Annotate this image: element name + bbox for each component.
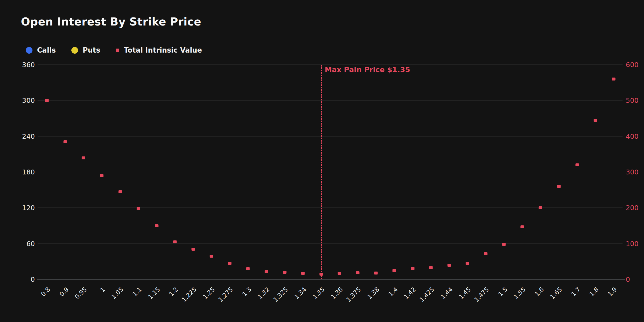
x-tick-label: 1.5	[497, 286, 508, 298]
strike-group-1.36[interactable]	[330, 65, 348, 280]
strike-group-1.45[interactable]	[458, 65, 476, 280]
x-tick-label: 1.25	[202, 286, 216, 301]
intrinsic-value-point[interactable]	[411, 267, 414, 270]
strike-group-1.05[interactable]	[111, 65, 129, 280]
intrinsic-value-point[interactable]	[118, 190, 122, 193]
strike-group-1.4[interactable]	[385, 65, 403, 280]
strike-group-1.1[interactable]	[129, 65, 147, 280]
strike-group-0.95[interactable]	[74, 65, 92, 280]
intrinsic-value-point[interactable]	[557, 185, 561, 188]
intrinsic-value-point[interactable]	[228, 262, 232, 265]
strike-group-1.8[interactable]	[586, 65, 604, 280]
intrinsic-value-point[interactable]	[575, 163, 579, 166]
y-left-tick: 0	[11, 276, 35, 283]
x-tick-slot: 1.7	[568, 281, 586, 313]
intrinsic-value-point[interactable]	[356, 271, 360, 274]
intrinsic-value-point[interactable]	[265, 270, 268, 273]
strike-group-1.15[interactable]	[147, 65, 166, 280]
intrinsic-value-point[interactable]	[155, 224, 158, 227]
strike-group-1.3[interactable]	[239, 65, 257, 280]
intrinsic-value-point[interactable]	[210, 255, 213, 258]
legend-item-total-intrinsic-value[interactable]: Total Intrinsic Value	[116, 46, 202, 54]
x-tick-label: 1.1	[131, 286, 143, 298]
strike-group-1.275[interactable]	[220, 65, 239, 280]
strike-group-1[interactable]	[92, 65, 111, 280]
intrinsic-value-point[interactable]	[374, 272, 378, 275]
x-tick-slot: 1.05	[111, 281, 129, 313]
intrinsic-value-point[interactable]	[192, 248, 195, 251]
x-tick-slot: 1.32	[257, 281, 275, 313]
strike-group-1.55[interactable]	[513, 65, 531, 280]
intrinsic-value-point[interactable]	[612, 78, 615, 80]
intrinsic-value-point[interactable]	[246, 267, 250, 270]
intrinsic-value-point[interactable]	[539, 206, 542, 209]
x-tick-slot: 1.325	[275, 281, 294, 313]
x-tick-label: 1.9	[606, 286, 618, 298]
x-tick-label: 1.05	[110, 286, 125, 301]
strike-group-1.38[interactable]	[367, 65, 385, 280]
intrinsic-value-point[interactable]	[521, 225, 524, 228]
x-tick-slot: 0.9	[56, 281, 74, 313]
strike-group-1.425[interactable]	[422, 65, 440, 280]
strike-group-1.475[interactable]	[476, 65, 495, 280]
x-tick-slot: 1.34	[294, 281, 312, 313]
intrinsic-value-point[interactable]	[338, 272, 341, 275]
max-pain-line	[321, 65, 322, 280]
x-tick-label: 1.44	[439, 286, 454, 301]
strike-group-1.32[interactable]	[257, 65, 275, 280]
strike-group-1.34[interactable]	[294, 65, 312, 280]
strike-group-0.9[interactable]	[56, 65, 74, 280]
page-title: Open Interest By Strike Price	[21, 16, 201, 28]
y-left-tick: 180	[11, 168, 35, 176]
intrinsic-value-point[interactable]	[283, 271, 286, 274]
strike-group-1.9[interactable]	[604, 65, 623, 280]
x-tick-slot: 1.375	[348, 281, 367, 313]
x-axis: 0.80.90.9511.051.11.151.21.2251.251.2751…	[38, 281, 623, 313]
plot-area[interactable]	[38, 65, 623, 280]
strike-group-0.8[interactable]	[38, 65, 56, 280]
puts-legend-marker-icon	[71, 47, 78, 54]
legend-item-calls[interactable]: Calls	[26, 46, 56, 54]
x-tick-slot: 1.1	[129, 281, 147, 313]
x-tick-slot: 1.6	[531, 281, 549, 313]
intrinsic-value-point[interactable]	[137, 207, 140, 210]
strike-group-1.375[interactable]	[348, 65, 367, 280]
y-left-tick: 360	[11, 61, 35, 69]
y-right-tick: 600	[626, 61, 639, 69]
intrinsic-value-point[interactable]	[502, 243, 506, 246]
intrinsic-value-point[interactable]	[484, 252, 488, 255]
x-tick-slot: 1.55	[513, 281, 531, 313]
strike-group-1.44[interactable]	[440, 65, 458, 280]
x-tick-slot: 1.44	[440, 281, 458, 313]
intrinsic-value-point[interactable]	[173, 240, 177, 243]
strike-group-1.225[interactable]	[184, 65, 202, 280]
intrinsic-value-point[interactable]	[82, 156, 85, 159]
max-pain-annotation: Max Pain Price $1.35	[325, 65, 410, 74]
intrinsic-value-point[interactable]	[466, 262, 469, 265]
y-left-tick: 300	[11, 97, 35, 104]
intrinsic-value-point[interactable]	[301, 272, 305, 275]
legend-item-puts[interactable]: Puts	[71, 46, 100, 54]
strike-group-1.6[interactable]	[531, 65, 549, 280]
strike-group-1.42[interactable]	[403, 65, 422, 280]
intrinsic-value-point[interactable]	[393, 269, 396, 272]
intrinsic-value-point[interactable]	[100, 174, 104, 177]
x-tick-label: 1.55	[512, 286, 527, 301]
strike-group-1.65[interactable]	[550, 65, 568, 280]
strike-group-1.5[interactable]	[495, 65, 513, 280]
x-tick-slot: 1.8	[586, 281, 604, 313]
y-right-tick: 200	[626, 204, 639, 212]
x-tick-label: 1.15	[147, 286, 162, 301]
x-tick-slot: 1.2	[166, 281, 184, 313]
intrinsic-value-point[interactable]	[45, 99, 49, 102]
intrinsic-value-point[interactable]	[429, 266, 433, 269]
strike-group-1.325[interactable]	[275, 65, 294, 280]
strike-group-1.2[interactable]	[166, 65, 184, 280]
intrinsic-value-point[interactable]	[64, 140, 67, 143]
intrinsic-value-point[interactable]	[594, 119, 597, 122]
legend: CallsPutsTotal Intrinsic Value	[26, 46, 202, 54]
strike-group-1.25[interactable]	[202, 65, 220, 280]
x-tick-slot: 0.95	[74, 281, 92, 313]
intrinsic-value-point[interactable]	[447, 264, 451, 267]
strike-group-1.7[interactable]	[568, 65, 586, 280]
